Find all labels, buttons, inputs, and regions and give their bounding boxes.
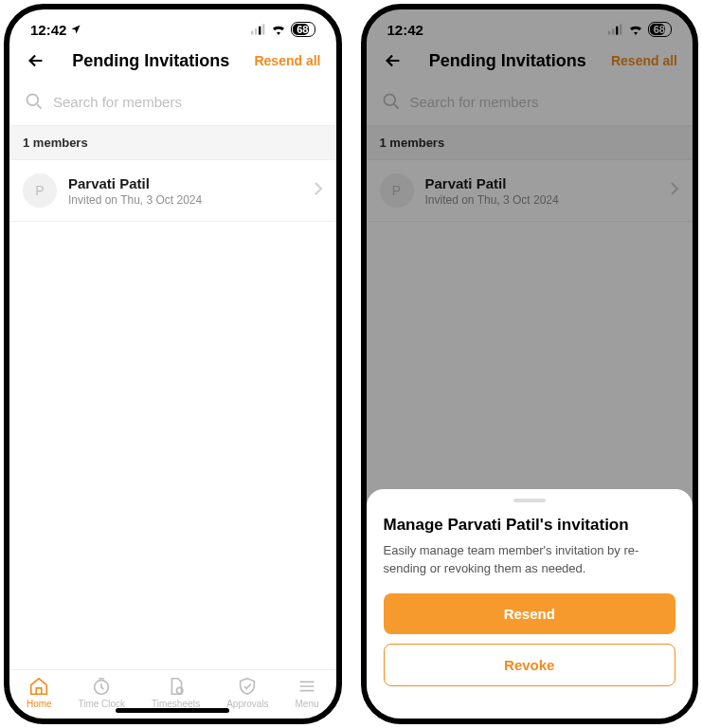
tab-label: Menu bbox=[295, 699, 318, 709]
tab-approvals[interactable]: Approvals bbox=[226, 676, 268, 709]
tab-home[interactable]: Home bbox=[27, 676, 52, 709]
document-icon bbox=[166, 676, 187, 697]
svg-rect-0 bbox=[251, 31, 253, 35]
avatar: P bbox=[23, 173, 57, 208]
tab-timesheets[interactable]: Timesheets bbox=[152, 676, 200, 709]
shield-check-icon bbox=[237, 676, 258, 697]
back-button[interactable] bbox=[25, 49, 47, 72]
phone-pending-invitations: 12:42 68 Pending Invitations Resend all bbox=[4, 4, 342, 724]
member-name: Parvati Patil bbox=[68, 175, 302, 191]
tab-label: Approvals bbox=[226, 699, 268, 709]
cellular-icon bbox=[251, 24, 266, 35]
svg-rect-1 bbox=[255, 28, 257, 34]
members-list: P Parvati Patil Invited on Thu, 3 Oct 20… bbox=[9, 160, 336, 669]
member-row[interactable]: P Parvati Patil Invited on Thu, 3 Oct 20… bbox=[9, 160, 336, 222]
svg-rect-2 bbox=[259, 27, 261, 35]
svg-point-4 bbox=[27, 95, 39, 106]
clock-icon bbox=[91, 676, 112, 697]
sheet-description: Easily manage team member's invitation b… bbox=[384, 542, 676, 578]
status-bar: 12:42 68 bbox=[9, 9, 336, 44]
search-input[interactable] bbox=[53, 94, 321, 110]
menu-icon bbox=[297, 676, 317, 697]
battery-indicator: 68 bbox=[291, 22, 315, 37]
resend-all-button[interactable]: Resend all bbox=[254, 53, 320, 68]
resend-button[interactable]: Resend bbox=[384, 593, 676, 634]
sheet-title: Manage Parvati Patil's invitation bbox=[384, 516, 676, 535]
tab-label: Home bbox=[27, 699, 52, 709]
home-icon bbox=[28, 676, 49, 697]
sheet-drag-handle[interactable] bbox=[513, 499, 546, 502]
nav-header: Pending Invitations Resend all bbox=[9, 44, 336, 82]
manage-invitation-sheet: Manage Parvati Patil's invitation Easily… bbox=[367, 489, 693, 719]
wifi-icon bbox=[271, 24, 286, 35]
tab-menu[interactable]: Menu bbox=[295, 676, 318, 709]
search-row bbox=[9, 82, 336, 126]
revoke-button[interactable]: Revoke bbox=[384, 644, 676, 686]
arrow-left-icon bbox=[26, 50, 46, 71]
phone-manage-invitation: 12:42 68 Pending Invitations Resend all … bbox=[361, 4, 699, 724]
status-time: 12:42 bbox=[30, 22, 66, 38]
member-subtext: Invited on Thu, 3 Oct 2024 bbox=[68, 193, 302, 207]
tab-time-clock[interactable]: Time Clock bbox=[78, 676, 125, 709]
home-indicator bbox=[116, 708, 229, 713]
search-icon bbox=[25, 91, 44, 112]
chevron-right-icon bbox=[314, 182, 323, 199]
members-section-header: 1 members bbox=[9, 126, 336, 160]
svg-rect-3 bbox=[262, 24, 264, 34]
page-title: Pending Invitations bbox=[72, 51, 229, 71]
location-icon bbox=[70, 24, 81, 35]
